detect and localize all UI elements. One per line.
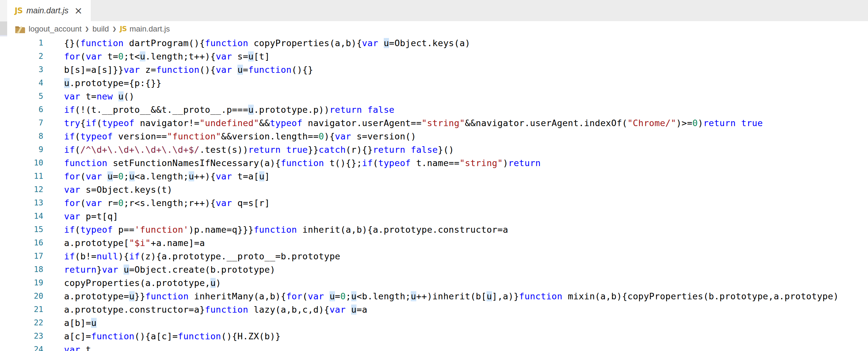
editor[interactable]: 1{}(function dartProgram(){function copy… (0, 36, 868, 351)
breadcrumb-item-file[interactable]: main.dart.js (129, 24, 170, 33)
chevron-right-icon: ❯ (85, 26, 89, 32)
line-number: 2 (0, 50, 43, 63)
code-text: var t=new u() (64, 90, 135, 103)
folder-edit-icon (15, 25, 25, 34)
code-text: return}var u=Object.create(b.prototype) (64, 263, 275, 276)
code-text: for(var r=0;r<s.length;r++){var q=s[r] (64, 196, 270, 210)
chevron-right-icon: ❯ (112, 26, 117, 32)
code-line[interactable]: 4u.prototype={p:{}} (0, 76, 868, 90)
js-file-icon: JS (14, 6, 23, 15)
line-number: 23 (0, 329, 43, 343)
code-text: if(!(t.__proto__&&t.__proto__.p===u.prot… (64, 103, 395, 116)
code-text: copyProperties(a.prototype,u) (64, 276, 221, 290)
line-number: 19 (0, 276, 43, 290)
code-line[interactable]: 22a[b]=u (0, 316, 868, 329)
code-line[interactable]: 1{}(function dartProgram(){function copy… (0, 36, 868, 50)
breadcrumb: logout_account ❯ build ❯ JS main.dart.js (7, 21, 868, 36)
code-lines: 1{}(function dartProgram(){function copy… (0, 36, 868, 351)
code-line[interactable]: 8if(typeof version=="function"&&version.… (0, 130, 868, 143)
line-number: 13 (0, 196, 43, 210)
line-number: 3 (0, 63, 43, 76)
code-line[interactable]: 7try{if(typeof navigator!="undefined"&&t… (0, 116, 868, 130)
line-number: 6 (0, 103, 43, 116)
line-number: 20 (0, 290, 43, 303)
code-text: if(/^\d+\.\d+\.\d+\.\d+$/.test(s))return… (64, 143, 454, 156)
code-line[interactable]: 24var t (0, 343, 868, 351)
line-number: 5 (0, 90, 43, 103)
code-line[interactable]: 14var p=t[q] (0, 210, 868, 223)
line-number: 18 (0, 263, 43, 276)
code-line[interactable]: 11for(var u=0;u<a.length;u++){var t=a[u] (0, 170, 868, 183)
line-number: 11 (0, 170, 43, 183)
code-line[interactable]: 12var s=Object.keys(t) (0, 183, 868, 196)
code-text: a[c]=function(){a[c]=function(){H.ZX(b)} (64, 329, 281, 343)
code-line[interactable]: 9if(/^\d+\.\d+\.\d+\.\d+$/.test(s))retur… (0, 143, 868, 156)
code-text: for(var t=0;t<u.length;t++){var s=u[t] (64, 50, 270, 63)
line-number: 15 (0, 223, 43, 236)
code-line[interactable]: 23a[c]=function(){a[c]=function(){H.ZX(b… (0, 329, 868, 343)
code-text: function setFunctionNamesIfNecessary(a){… (64, 156, 541, 170)
line-number: 7 (0, 116, 43, 130)
tab-bar: JS main.dart.js × (7, 0, 868, 21)
code-text: a.prototype.constructor=a}function lazy(… (64, 303, 368, 316)
code-line[interactable]: 21a.prototype.constructor=a}function laz… (0, 303, 868, 316)
tab-title: main.dart.js (26, 6, 68, 15)
line-number: 1 (0, 36, 43, 50)
tab-main-dart-js[interactable]: JS main.dart.js × (7, 0, 91, 21)
line-number: 17 (0, 250, 43, 263)
code-line[interactable]: 16a.prototype["$i"+a.name]=a (0, 236, 868, 250)
code-text: b[s]=a[s]}}var z=function(){var u=functi… (64, 63, 313, 76)
code-line[interactable]: 5var t=new u() (0, 90, 868, 103)
code-text: if(typeof version=="function"&&version.l… (64, 130, 416, 143)
code-line[interactable]: 17if(b!=null){if(z){a.prototype.__proto_… (0, 250, 868, 263)
code-line[interactable]: 20a.prototype=u}}function inheritMany(a,… (0, 290, 868, 303)
code-text: a.prototype=u}}function inheritMany(a,b)… (64, 290, 839, 303)
code-text: for(var u=0;u<a.length;u++){var t=a[u] (64, 170, 270, 183)
code-line[interactable]: 2for(var t=0;t<u.length;t++){var s=u[t] (0, 50, 868, 63)
scroll-decoration-top (0, 22, 7, 35)
line-number: 8 (0, 130, 43, 143)
code-line[interactable]: 13for(var r=0;r<s.length;r++){var q=s[r] (0, 196, 868, 210)
line-number: 4 (0, 76, 43, 90)
line-number: 16 (0, 236, 43, 250)
code-text: if(typeof p=='function')p.name=q}}}funct… (64, 223, 508, 236)
close-icon[interactable]: × (74, 6, 82, 15)
code-line[interactable]: 3b[s]=a[s]}}var z=function(){var u=funct… (0, 63, 868, 76)
code-text: var t (64, 343, 91, 351)
code-text: var p=t[q] (64, 210, 118, 223)
line-number: 10 (0, 156, 43, 170)
line-number: 12 (0, 183, 43, 196)
line-number: 22 (0, 316, 43, 329)
code-line[interactable]: 10function setFunctionNamesIfNecessary(a… (0, 156, 868, 170)
code-line[interactable]: 18return}var u=Object.create(b.prototype… (0, 263, 868, 276)
code-line[interactable]: 6if(!(t.__proto__&&t.__proto__.p===u.pro… (0, 103, 868, 116)
line-number: 14 (0, 210, 43, 223)
code-text: u.prototype={p:{}} (64, 76, 162, 90)
js-file-icon: JS (120, 25, 126, 33)
line-number: 9 (0, 143, 43, 156)
breadcrumb-item-build[interactable]: build (92, 24, 109, 33)
code-text: a.prototype["$i"+a.name]=a (64, 236, 205, 250)
code-text: a[b]=u (64, 316, 97, 329)
code-line[interactable]: 15if(typeof p=='function')p.name=q}}}fun… (0, 223, 868, 236)
code-text: try{if(typeof navigator!="undefined"&&ty… (64, 116, 763, 130)
code-text: {}(function dartProgram(){function copyP… (64, 36, 470, 50)
breadcrumb-item-folder[interactable]: logout_account (29, 24, 82, 33)
line-number: 24 (0, 343, 43, 351)
code-text: var s=Object.keys(t) (64, 183, 173, 196)
code-line[interactable]: 19copyProperties(a.prototype,u) (0, 276, 868, 290)
line-number: 21 (0, 303, 43, 316)
code-text: if(b!=null){if(z){a.prototype.__proto__=… (64, 250, 340, 263)
